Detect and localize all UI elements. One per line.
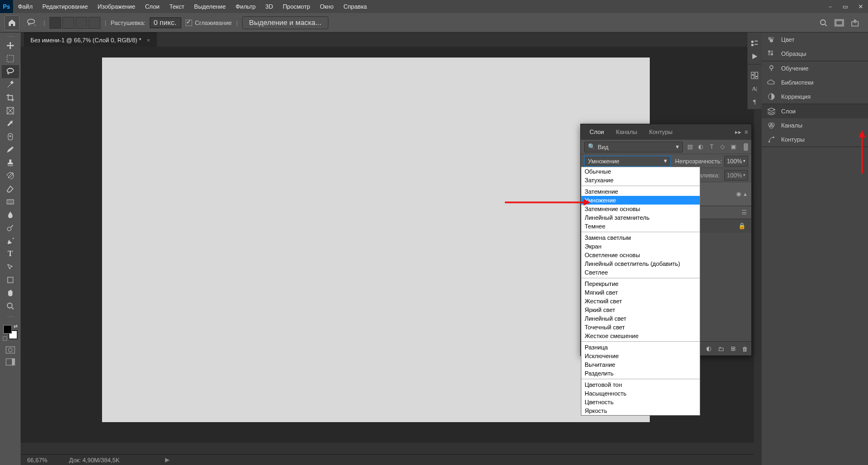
- channels-panel-tab[interactable]: Каналы: [762, 118, 868, 132]
- blend-option[interactable]: Яркость: [581, 406, 700, 415]
- fg-color[interactable]: [3, 325, 12, 334]
- smart-filters-icon[interactable]: ◉: [736, 190, 742, 198]
- menu-редактирование[interactable]: Редактирование: [37, 0, 93, 13]
- blend-option[interactable]: Линейный затемнитель: [581, 213, 700, 222]
- new-fill-icon[interactable]: ◐: [706, 345, 712, 352]
- zoom-level[interactable]: 66,67%: [27, 457, 47, 463]
- character-panel-icon[interactable]: A|: [749, 83, 760, 94]
- default-colors-icon[interactable]: [3, 336, 7, 341]
- blend-option[interactable]: Светлее: [581, 268, 700, 277]
- tool-preset-picker[interactable]: [24, 16, 39, 30]
- crop-tool[interactable]: [2, 91, 19, 104]
- adjustments-panel[interactable]: Коррекция: [762, 90, 868, 104]
- blend-option[interactable]: Цветовой тон: [581, 380, 700, 389]
- close-tab-icon[interactable]: ×: [147, 37, 150, 43]
- marquee-tool[interactable]: [2, 52, 19, 65]
- blend-option[interactable]: Затемнение: [581, 187, 700, 196]
- paragraph-panel-icon[interactable]: ¶: [749, 96, 760, 107]
- properties-panel-icon[interactable]: [749, 70, 760, 81]
- swap-colors-icon[interactable]: ⇄: [14, 323, 18, 329]
- screenmode-button[interactable]: [3, 356, 18, 368]
- blend-option[interactable]: Цветность: [581, 398, 700, 406]
- paths-panel-tab[interactable]: Контуры: [762, 132, 868, 146]
- menu-3d[interactable]: 3D: [261, 0, 278, 13]
- filter-smart-icon[interactable]: ▣: [730, 143, 737, 150]
- menu-окно[interactable]: Окно: [315, 0, 339, 13]
- blend-option[interactable]: Осветление основы: [581, 251, 700, 259]
- zoom-tool[interactable]: [2, 300, 19, 313]
- lasso-tool[interactable]: [2, 65, 19, 78]
- blend-option[interactable]: Жесткое смешение: [581, 332, 700, 340]
- menu-изображение[interactable]: Изображение: [93, 0, 140, 13]
- share-icon[interactable]: [851, 18, 859, 27]
- close-icon[interactable]: ✕: [853, 0, 868, 13]
- selection-intersect[interactable]: [88, 17, 100, 29]
- shape-tool[interactable]: [2, 273, 19, 286]
- filter-shape-icon[interactable]: ◇: [719, 143, 726, 150]
- maximize-icon[interactable]: ▭: [838, 0, 853, 13]
- menu-справка[interactable]: Справка: [339, 0, 372, 13]
- blend-option[interactable]: Яркий свет: [581, 305, 700, 314]
- minimize-icon[interactable]: －: [822, 0, 838, 13]
- selection-new[interactable]: [49, 17, 61, 29]
- blend-option[interactable]: Вычитание: [581, 360, 700, 369]
- tab-layers[interactable]: Слои: [584, 124, 610, 139]
- blend-option[interactable]: Исключение: [581, 352, 700, 360]
- document-canvas[interactable]: [102, 58, 650, 422]
- new-layer-icon[interactable]: ⊞: [731, 345, 736, 352]
- blend-option[interactable]: Обычные: [581, 167, 700, 176]
- color-swatch[interactable]: ⇄: [2, 323, 19, 341]
- select-mask-button[interactable]: Выделение и маска...: [242, 16, 328, 29]
- home-button[interactable]: [4, 15, 20, 30]
- blend-option[interactable]: Линейный осветлитель (добавить): [581, 259, 700, 268]
- blend-option[interactable]: Мягкий свет: [581, 288, 700, 297]
- type-tool[interactable]: T: [2, 247, 19, 260]
- tool-edit-button[interactable]: [2, 315, 18, 318]
- search-icon[interactable]: [819, 18, 828, 27]
- blend-option[interactable]: Затухание: [581, 176, 700, 184]
- blend-option[interactable]: Жесткий свет: [581, 297, 700, 305]
- blend-option[interactable]: Перекрытие: [581, 279, 700, 288]
- opacity-value[interactable]: 100%▾: [724, 156, 748, 167]
- dodge-tool[interactable]: [2, 221, 19, 234]
- tab-paths[interactable]: Контуры: [644, 124, 678, 139]
- status-arrow-icon[interactable]: ▶: [165, 456, 169, 463]
- blend-option[interactable]: Насыщенность: [581, 389, 700, 398]
- tab-channels[interactable]: Каналы: [611, 124, 643, 139]
- move-tool[interactable]: [2, 39, 19, 52]
- blur-tool[interactable]: [2, 208, 19, 221]
- blend-option[interactable]: Замена светлым: [581, 233, 700, 242]
- filter-pixel-icon[interactable]: ▧: [686, 143, 694, 150]
- blend-option[interactable]: Темнее: [581, 222, 700, 231]
- frame-tool[interactable]: [2, 104, 19, 117]
- layers-panel-tab[interactable]: Слои: [762, 104, 868, 118]
- panel-menu-icon[interactable]: ≡: [745, 129, 748, 136]
- brush-tool[interactable]: [2, 143, 19, 156]
- eraser-tool[interactable]: [2, 182, 19, 195]
- menu-просмотр[interactable]: Просмотр: [278, 0, 315, 13]
- layer-filter-kind[interactable]: 🔍Вид▾: [584, 142, 683, 152]
- color-panel[interactable]: Цвет: [762, 33, 868, 47]
- swatches-panel[interactable]: Образцы: [762, 47, 868, 61]
- hand-tool[interactable]: [2, 286, 19, 300]
- drag-handle[interactable]: [2, 35, 18, 38]
- collapse-icon[interactable]: ▸▸: [735, 129, 742, 136]
- blend-option[interactable]: Линейный свет: [581, 314, 700, 323]
- menu-фильтр[interactable]: Фильтр: [231, 0, 261, 13]
- pen-tool[interactable]: [2, 234, 19, 247]
- history-panel-icon[interactable]: [749, 38, 760, 49]
- actions-panel-icon[interactable]: [749, 51, 760, 62]
- healing-tool[interactable]: [2, 130, 19, 143]
- path-select-tool[interactable]: [2, 260, 19, 273]
- history-brush-tool[interactable]: [2, 169, 19, 182]
- filter-adjust-icon[interactable]: ◐: [697, 143, 705, 150]
- filter-type-icon[interactable]: T: [708, 143, 715, 150]
- antialias-checkbox[interactable]: Сглаживание: [186, 20, 232, 26]
- eyedropper-tool[interactable]: [2, 117, 19, 130]
- gradient-tool[interactable]: [2, 195, 19, 208]
- blend-mode-select[interactable]: Умножение▾: [584, 156, 671, 167]
- menu-файл[interactable]: Файл: [13, 0, 37, 13]
- magic-wand-tool[interactable]: [2, 78, 19, 91]
- blend-option[interactable]: Разница: [581, 343, 700, 352]
- view-mode-icon[interactable]: [834, 19, 844, 27]
